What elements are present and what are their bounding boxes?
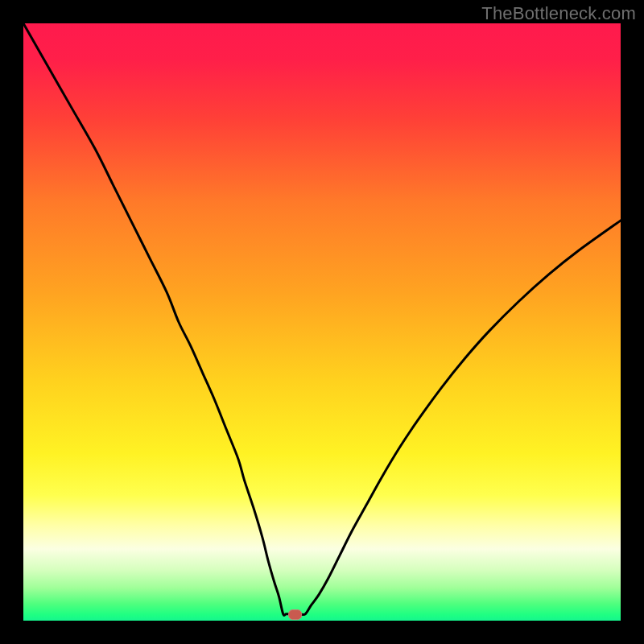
chart-frame: TheBottleneck.com <box>0 0 644 644</box>
optimum-marker <box>289 610 302 620</box>
gradient-background <box>23 23 621 621</box>
plot-area <box>23 23 621 621</box>
watermark-text: TheBottleneck.com <box>481 3 636 24</box>
bottleneck-chart <box>23 23 621 621</box>
